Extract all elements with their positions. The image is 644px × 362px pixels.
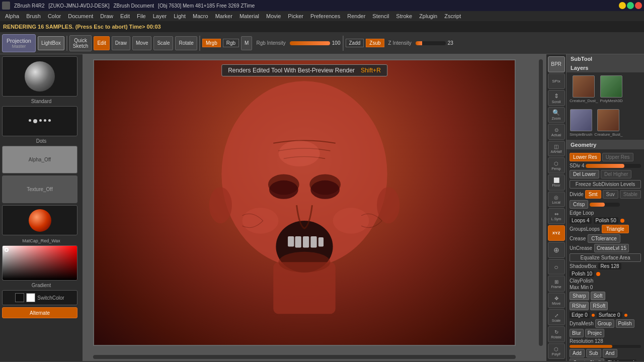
scale-button[interactable]: Scale (153, 36, 173, 50)
switch-color[interactable]: SwitchColor (2, 290, 77, 305)
del-lower-button[interactable]: Del Lower (570, 170, 599, 178)
layers-title[interactable]: Layers (567, 63, 644, 72)
equalize-button[interactable]: Equalize Surface Area (570, 253, 641, 262)
menu-marker[interactable]: Marker (212, 12, 235, 20)
menu-draw[interactable]: Draw (97, 12, 116, 20)
horizontal-scrollbar[interactable] (93, 355, 516, 359)
smt-button[interactable]: Smt (585, 190, 601, 199)
menu-picker[interactable]: Picker (285, 12, 306, 20)
menu-stroke[interactable]: Stroke (393, 12, 415, 20)
polish-sm-button[interactable]: Polish (616, 319, 634, 328)
xyz-button[interactable]: XYZ (548, 225, 565, 241)
rotate-button[interactable]: Rotate (175, 36, 197, 50)
ctolerance-button[interactable]: CTolerance (588, 234, 620, 243)
triangle-button[interactable]: Triangle (602, 225, 629, 233)
tool1-button[interactable]: ⊕ (548, 242, 565, 258)
tool2-button[interactable]: ○ (548, 259, 565, 275)
del-higher-button[interactable]: Del Higher (601, 170, 631, 178)
alternate-button[interactable]: Alternate (2, 307, 77, 318)
floor-button[interactable]: ⬜ Floor (548, 174, 565, 191)
actual-button[interactable]: ⊙ Actual (548, 124, 565, 140)
resolution-slider[interactable] (570, 345, 641, 348)
maximize-button[interactable] (627, 2, 634, 9)
m-button[interactable]: M (241, 36, 252, 50)
menu-layer[interactable]: Layer (150, 12, 170, 20)
thumb-simplebrush[interactable] (570, 109, 592, 131)
subtool-title[interactable]: SubTool (567, 54, 644, 63)
sharp-button[interactable]: Sharp (570, 292, 589, 300)
menu-edit[interactable]: Edit (117, 12, 133, 20)
menu-color[interactable]: Color (45, 12, 64, 20)
rgb-intensity-slider[interactable] (290, 41, 330, 45)
projection-master-button[interactable]: Projection Master (2, 34, 36, 52)
stable-button[interactable]: Stable (620, 190, 641, 199)
blur-button[interactable]: Blur (570, 329, 584, 337)
menu-file[interactable]: File (134, 12, 149, 20)
z-intensity-slider[interactable] (416, 41, 446, 45)
geometry-title[interactable]: Geometry (567, 140, 644, 149)
freeze-button[interactable]: Freeze SubDivision Levels (570, 180, 641, 189)
rsoft-button[interactable]: RSoft (590, 302, 608, 310)
spix-button[interactable]: SPix (548, 73, 565, 89)
frame-button[interactable]: ⊞ Frame (548, 276, 565, 292)
sub-button[interactable]: Sub (586, 349, 601, 357)
local-button[interactable]: ◎ Local (548, 192, 565, 208)
menu-alpha[interactable]: Alpha (2, 12, 22, 20)
upper-res-button[interactable]: Upper Res (602, 153, 633, 161)
soft-button[interactable]: Soft (591, 292, 606, 300)
quick-sketch-button[interactable]: Quick Sketch (69, 35, 92, 51)
crisp-button[interactable]: Crisp (570, 200, 588, 209)
lower-res-button[interactable]: Lower Res (570, 153, 601, 161)
lightbox-button[interactable]: LightBox (38, 36, 64, 50)
menu-light[interactable]: Light (171, 12, 189, 20)
menu-macro[interactable]: Macro (190, 12, 211, 20)
thumb-polymesh3d[interactable] (600, 75, 622, 98)
scale-rt-button[interactable]: ⤢ Scale (548, 309, 565, 325)
texture-preview[interactable]: Texture_Off (2, 175, 77, 203)
polyf-button[interactable]: ⬡ PolyF (548, 343, 565, 359)
lsym-button[interactable]: ⇔ L.Sym (548, 208, 565, 224)
menu-movie[interactable]: Movie (263, 12, 284, 20)
suv-button[interactable]: Suv (603, 190, 618, 199)
dots-preview[interactable] (2, 106, 77, 136)
edit-button[interactable]: Edit (94, 36, 109, 50)
move-rt-button[interactable]: ✥ Move (548, 293, 565, 309)
aahalf-button[interactable]: ◫ AAHalf (548, 141, 565, 157)
thumb-creature-bust[interactable] (597, 109, 619, 131)
material-preview[interactable] (2, 205, 77, 235)
add-button[interactable]: Add (570, 349, 585, 357)
create-shell-button[interactable]: Create Shell (570, 358, 604, 361)
minimize-button[interactable] (619, 2, 626, 9)
vertical-scrollbar[interactable] (539, 59, 543, 346)
and-button[interactable]: And (603, 349, 618, 357)
menu-brush[interactable]: Brush (23, 12, 44, 20)
rgb-button[interactable]: Rgb (223, 39, 239, 47)
alpha-preview[interactable]: Alpha_Off (2, 146, 77, 173)
menu-zplugin[interactable]: Zplugin (416, 12, 440, 20)
scroll-button[interactable]: ⇕ Scroll (548, 90, 565, 106)
thumb-creature-dust[interactable] (573, 75, 595, 98)
zsub-button[interactable]: Zsub (366, 39, 384, 47)
menu-zscript[interactable]: Zscript (441, 12, 464, 20)
menu-render[interactable]: Render (344, 12, 368, 20)
draw-button[interactable]: Draw (112, 36, 130, 50)
menu-document[interactable]: Document (65, 12, 96, 20)
rshar-button[interactable]: RShar (570, 302, 589, 310)
zoom-button[interactable]: 🔍 Zoom (548, 107, 565, 123)
close-button[interactable] (635, 2, 642, 9)
mrgb-button[interactable]: Mrgb (202, 39, 221, 47)
sdiv-slider[interactable] (586, 164, 641, 168)
menu-material[interactable]: Material (236, 12, 262, 20)
canvas-area[interactable]: Renders Edited Tool With Best-Preview Re… (83, 54, 546, 361)
rotate-rt-button[interactable]: ↻ Rotate (548, 326, 565, 342)
move-button[interactable]: Move (132, 36, 151, 50)
projec-button[interactable]: Projec (585, 329, 604, 337)
bpr-button[interactable]: BPR (548, 56, 565, 72)
brush-preview[interactable] (2, 56, 77, 97)
menu-stencil[interactable]: Stencil (369, 12, 392, 20)
crisp-slider[interactable] (590, 203, 620, 207)
zadd-button[interactable]: Zadd (346, 39, 364, 47)
persp-button[interactable]: ⬡ Persp (548, 157, 565, 173)
menu-preferences[interactable]: Preferences (307, 12, 343, 20)
group-button[interactable]: Group (595, 319, 614, 328)
